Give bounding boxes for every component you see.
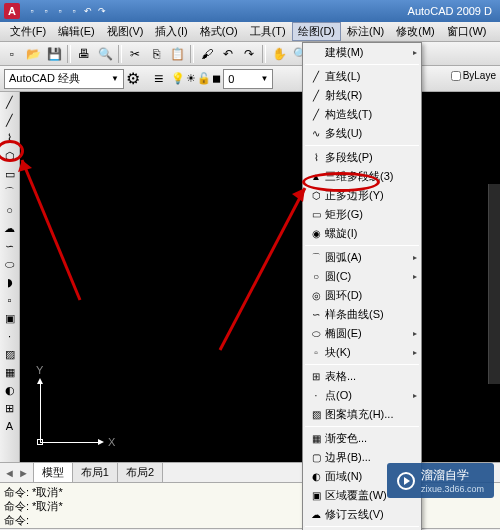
preview-button[interactable]: 🔍 [95, 44, 115, 64]
menu-xline[interactable]: ╱构造线(T) [303, 105, 421, 124]
menu-format[interactable]: 格式(O) [194, 22, 244, 41]
polygon-tool[interactable]: ⬡ [2, 148, 18, 164]
menu-hatch[interactable]: ▨图案填充(H)... [303, 405, 421, 424]
sun-icon: ☀ [186, 72, 196, 85]
standard-toolbar[interactable]: ▫ 📂 💾 🖶 🔍 ✂ ⎘ 📋 🖌 ↶ ↷ ✋ 🔍 [0, 42, 500, 66]
menu-polygon[interactable]: ⬡正多边形(Y) [303, 186, 421, 205]
bylayer-label: ByLaye [463, 70, 496, 81]
menu-draw[interactable]: 绘图(D) [292, 22, 341, 41]
circle-icon: ○ [307, 271, 325, 282]
draw-menu-dropdown[interactable]: 建模(M)▸ ╱直线(L) ╱射线(R) ╱构造线(T) ∿多线(U) ⌇多段线… [302, 42, 422, 530]
print-icon[interactable]: ▫ [68, 5, 80, 17]
paste-button[interactable]: 📋 [167, 44, 187, 64]
mtext-tool[interactable]: A [2, 418, 18, 434]
layer-combo[interactable]: 0 ▼ [223, 69, 273, 89]
undo-button[interactable]: ↶ [218, 44, 238, 64]
revcloud-icon: ☁ [307, 509, 325, 520]
menu-dimension[interactable]: 标注(N) [341, 22, 390, 41]
tab-layout1[interactable]: 布局1 [72, 462, 118, 483]
arc-icon: ⌒ [307, 251, 325, 265]
menu-donut[interactable]: ◎圆环(D) [303, 286, 421, 305]
arc-tool[interactable]: ⌒ [2, 184, 18, 200]
cmd-input-line[interactable]: 命令: [4, 513, 496, 527]
menu-3dpoly[interactable]: ▲三维多段线(3) [303, 167, 421, 186]
x-axis-label: X [108, 436, 115, 448]
gradient-tool[interactable]: ▦ [2, 364, 18, 380]
app-logo: A [4, 3, 20, 19]
menu-arc[interactable]: ⌒圆弧(A)▸ [303, 248, 421, 267]
cut-button[interactable]: ✂ [125, 44, 145, 64]
y-axis-label: Y [36, 364, 43, 376]
draw-palette[interactable]: ╱ ╱ ⌇ ⬡ ▭ ⌒ ○ ☁ ∽ ⬭ ◗ ▫ ▣ · ▨ ▦ ◐ ⊞ A [0, 92, 20, 462]
pline-tool[interactable]: ⌇ [2, 130, 18, 146]
pan-button[interactable]: ✋ [269, 44, 289, 64]
menu-helix[interactable]: ◉螺旋(I) [303, 224, 421, 243]
insert-tool[interactable]: ▫ [2, 292, 18, 308]
bylayer-check[interactable]: ByLaye [451, 70, 496, 81]
menu-table[interactable]: ⊞表格... [303, 367, 421, 386]
tab-model[interactable]: 模型 [33, 462, 73, 483]
new-icon[interactable]: ▫ [26, 5, 38, 17]
ellipse-tool[interactable]: ⬭ [2, 256, 18, 272]
helix-icon: ◉ [307, 228, 325, 239]
menu-revcloud[interactable]: ☁修订云线(V) [303, 505, 421, 524]
workspace-toolbar[interactable]: AutoCAD 经典 ▼ ⚙ ≡ 💡 ☀ 🔓 ◼ 0 ▼ [0, 66, 500, 92]
plot-button[interactable]: 🖶 [74, 44, 94, 64]
menu-bar[interactable]: 文件(F) 编辑(E) 视图(V) 插入(I) 格式(O) 工具(T) 绘图(D… [0, 22, 500, 42]
ellipse-icon: ⬭ [307, 328, 325, 340]
menu-gradient[interactable]: ▦渐变色... [303, 429, 421, 448]
open-button[interactable]: 📂 [23, 44, 43, 64]
menu-circle[interactable]: ○圆(C)▸ [303, 267, 421, 286]
block-tool[interactable]: ▣ [2, 310, 18, 326]
menu-window[interactable]: 窗口(W) [441, 22, 493, 41]
menu-point[interactable]: ·点(O)▸ [303, 386, 421, 405]
menu-mline[interactable]: ∿多线(U) [303, 124, 421, 143]
region-icon: ◐ [307, 471, 325, 482]
undo-icon[interactable]: ↶ [82, 5, 94, 17]
cmd-history-line: 命令: *取消* [4, 499, 496, 513]
menu-file[interactable]: 文件(F) [4, 22, 52, 41]
save-icon[interactable]: ▫ [54, 5, 66, 17]
menu-insert[interactable]: 插入(I) [149, 22, 193, 41]
save-button[interactable]: 💾 [44, 44, 64, 64]
menu-edit[interactable]: 编辑(E) [52, 22, 101, 41]
menu-block[interactable]: ▫块(K)▸ [303, 343, 421, 362]
redo-icon[interactable]: ↷ [96, 5, 108, 17]
drawing-canvas[interactable]: X Y [20, 92, 500, 462]
menu-line[interactable]: ╱直线(L) [303, 67, 421, 86]
copy-button[interactable]: ⎘ [146, 44, 166, 64]
redo-button[interactable]: ↷ [239, 44, 259, 64]
menu-pline[interactable]: ⌇多段线(P) [303, 148, 421, 167]
point-tool[interactable]: · [2, 328, 18, 344]
line-tool[interactable]: ╱ [2, 94, 18, 110]
rectangle-tool[interactable]: ▭ [2, 166, 18, 182]
region-tool[interactable]: ◐ [2, 382, 18, 398]
revcloud-tool[interactable]: ☁ [2, 220, 18, 236]
layer-manager-icon[interactable]: ≡ [154, 70, 163, 88]
menu-tools[interactable]: 工具(T) [244, 22, 292, 41]
hatch-tool[interactable]: ▨ [2, 346, 18, 362]
match-button[interactable]: 🖌 [197, 44, 217, 64]
new-button[interactable]: ▫ [2, 44, 22, 64]
tool-palette-bar[interactable] [488, 184, 500, 384]
menu-modeling[interactable]: 建模(M)▸ [303, 43, 421, 62]
tab-nav-arrows[interactable]: ◄ ► [0, 467, 33, 479]
circle-tool[interactable]: ○ [2, 202, 18, 218]
menu-modify[interactable]: 修改(M) [390, 22, 441, 41]
menu-spline[interactable]: ∽样条曲线(S) [303, 305, 421, 324]
xline-tool[interactable]: ╱ [2, 112, 18, 128]
qat-icons[interactable]: ▫ ▫ ▫ ▫ ↶ ↷ [26, 5, 108, 17]
title-bar: A ▫ ▫ ▫ ▫ ↶ ↷ AutoCAD 2009 D [0, 0, 500, 22]
workspace-settings-icon[interactable]: ⚙ [126, 69, 140, 88]
table-tool[interactable]: ⊞ [2, 400, 18, 416]
workspace-combo[interactable]: AutoCAD 经典 ▼ [4, 69, 124, 89]
menu-rectangle[interactable]: ▭矩形(G) [303, 205, 421, 224]
menu-ray[interactable]: ╱射线(R) [303, 86, 421, 105]
menu-ellipse[interactable]: ⬭椭圆(E)▸ [303, 324, 421, 343]
bylayer-checkbox[interactable] [451, 71, 461, 81]
spline-tool[interactable]: ∽ [2, 238, 18, 254]
menu-view[interactable]: 视图(V) [101, 22, 150, 41]
tab-layout2[interactable]: 布局2 [117, 462, 163, 483]
ellipsearc-tool[interactable]: ◗ [2, 274, 18, 290]
open-icon[interactable]: ▫ [40, 5, 52, 17]
